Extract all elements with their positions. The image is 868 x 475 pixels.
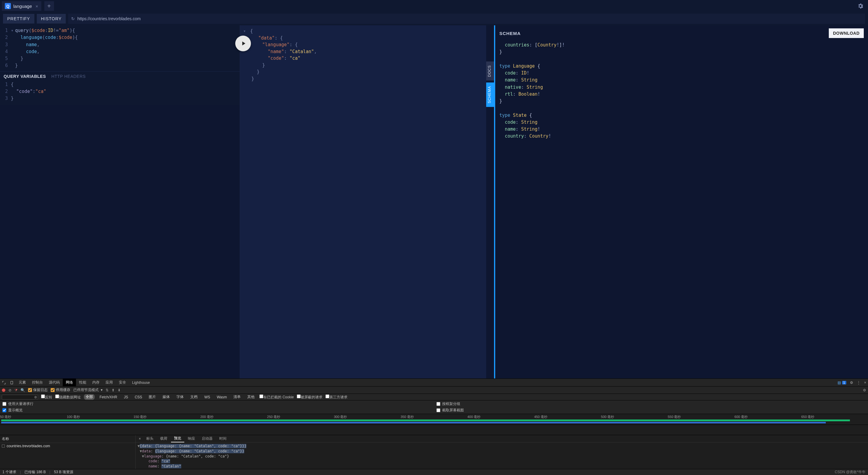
type-manifest[interactable]: 清单 [231, 394, 243, 400]
prettify-button[interactable]: PRETTIFY [3, 14, 34, 24]
schema-title: SCHEMA [499, 31, 521, 36]
docs-tab[interactable]: DOCS [486, 62, 494, 81]
tab-network[interactable]: 网络 [63, 379, 76, 386]
reload-icon[interactable]: ↻ [71, 16, 75, 21]
close-tab-icon[interactable]: × [36, 4, 38, 9]
execute-button[interactable] [235, 36, 251, 51]
filter-icon[interactable]: ⧩ [14, 388, 18, 392]
record-button[interactable] [2, 388, 5, 392]
request-type-icon [2, 445, 5, 448]
network-settings-icon[interactable]: ⚙ [863, 388, 866, 392]
query-editor[interactable]: 1▾query($code:ID!="am"){ 2 language(code… [0, 25, 240, 71]
type-other[interactable]: 其他 [246, 394, 256, 400]
detail-tab-preview[interactable]: 预览 [171, 435, 184, 442]
type-media[interactable]: 媒体 [161, 394, 172, 400]
wifi-icon[interactable]: ⇅ [105, 388, 108, 392]
name-column-header[interactable]: 名称 [0, 435, 135, 443]
tab-console[interactable]: 控制台 [29, 379, 46, 386]
devtools-status-bar: 1 个请求 | 已传输 186 B | 53 B 项资源 CSDN @勇敢*牛牛 [0, 469, 868, 475]
settings-gear-icon[interactable] [855, 3, 866, 9]
detail-tab-response[interactable]: 响应 [185, 435, 198, 442]
show-overview-checkbox[interactable]: 显示概览 [2, 408, 432, 413]
tab-lighthouse[interactable]: Lighthouse [129, 379, 153, 386]
type-font[interactable]: 字体 [175, 394, 185, 400]
network-toolbar: ⊘ ⧩ 🔍 保留日志 停用缓存 已停用节流模式 ▾ ⇅ ⬆ ⬇ ⚙ [0, 387, 868, 394]
throttle-select[interactable]: 已停用节流模式 ▾ [73, 387, 102, 393]
http-headers-tab[interactable]: HTTP HEADERS [51, 74, 86, 79]
third-party-checkbox[interactable]: 第三方请求 [326, 394, 347, 400]
query-badge: Q [5, 3, 11, 9]
request-row[interactable]: countries.trevorblades.com [0, 443, 135, 449]
request-name: countries.trevorblades.com [7, 444, 50, 448]
download-button[interactable]: DOWNLOAD [829, 28, 864, 38]
timeline-bar-blue [1, 422, 826, 423]
endpoint-url-text: https://countries.trevorblades.com [77, 16, 141, 21]
large-rows-checkbox[interactable]: 使用大量请求行 [2, 402, 432, 407]
schema-code[interactable]: countries: [Country!]! } type Language {… [499, 42, 864, 140]
result-pane: ▾ { ▾ "data": { "language": { "name": "C… [240, 25, 486, 379]
graphiql-toolbar: PRETTIFY HISTORY ↻ https://countries.tre… [0, 12, 868, 25]
new-tab-button[interactable]: + [44, 1, 54, 11]
close-detail-icon[interactable]: × [137, 437, 143, 441]
group-by-frame-checkbox[interactable]: 按框架分组 [436, 402, 866, 407]
preserve-log-checkbox[interactable]: 保留日志 [28, 387, 48, 393]
clear-icon[interactable]: ⊘ [8, 388, 11, 392]
close-devtools-icon[interactable]: × [862, 381, 868, 385]
type-ws[interactable]: WS [203, 395, 212, 399]
graphiql-main: 1▾query($code:ID!="am"){ 2 language(code… [0, 25, 868, 379]
tab-application[interactable]: 应用 [102, 379, 116, 386]
search-icon[interactable]: 🔍 [21, 388, 25, 392]
app-tabbar: Q language × + [0, 0, 868, 12]
type-doc[interactable]: 文档 [188, 394, 199, 400]
screenshot-checkbox[interactable]: 截取屏幕截图 [436, 408, 866, 413]
type-wasm[interactable]: Wasm [215, 395, 229, 399]
network-options: 使用大量请求行 显示概览 按框架分组 截取屏幕截图 [0, 400, 868, 414]
download-icon[interactable]: ⬇ [118, 388, 121, 392]
device-icon[interactable] [8, 380, 16, 385]
type-img[interactable]: 图片 [147, 394, 158, 400]
query-tab[interactable]: Q language × [2, 1, 41, 11]
status-transferred: 已传输 186 B [25, 470, 46, 475]
type-all[interactable]: 全部 [84, 394, 95, 400]
messages-icon[interactable]: ▤1 [836, 381, 848, 385]
filter-input[interactable]: ⊗ [2, 395, 38, 399]
type-fetch[interactable]: Fetch/XHR [98, 395, 119, 399]
request-list: 名称 countries.trevorblades.com [0, 435, 136, 469]
query-variables-tab[interactable]: QUERY VARIABLES [4, 74, 46, 79]
invert-checkbox[interactable]: 反转 [41, 394, 52, 400]
more-icon[interactable]: ⋮ [855, 381, 862, 385]
devtools-settings-icon[interactable]: ⚙ [848, 381, 855, 385]
endpoint-url-input[interactable]: ↻ https://countries.trevorblades.com [68, 13, 865, 24]
tab-sources[interactable]: 源代码 [46, 379, 63, 386]
clear-filter-icon[interactable]: ⊗ [34, 395, 37, 399]
status-resources: 53 B 项资源 [54, 470, 73, 475]
timeline-spacer [0, 425, 868, 435]
upload-icon[interactable]: ⬆ [112, 388, 115, 392]
variables-editor[interactable]: 1{ 2 "code":"ca" 3} [0, 80, 240, 105]
detail-tab-timing[interactable]: 时间 [216, 435, 229, 442]
detail-tab-payload[interactable]: 载荷 [157, 435, 170, 442]
history-button[interactable]: HISTORY [37, 14, 66, 24]
network-filter-bar: ⊗ 反转 隐藏数据网址 全部 Fetch/XHR JS CSS 图片 媒体 字体… [0, 394, 868, 400]
type-js[interactable]: JS [122, 395, 130, 399]
devtools-tabs: 元素 控制台 源代码 网络 性能 内存 应用 安全 Lighthouse ▤1 … [0, 379, 868, 387]
type-css[interactable]: CSS [133, 395, 144, 399]
blocked-cookies-checkbox[interactable]: 有已拦截的 Cookie [259, 394, 294, 400]
response-preview[interactable]: ▼{data: {language: {name: "Catalan", cod… [136, 442, 868, 469]
schema-tab[interactable]: SCHEMA [486, 82, 494, 107]
variables-header: QUERY VARIABLES HTTP HEADERS [0, 71, 240, 80]
disable-cache-checkbox[interactable]: 停用缓存 [51, 387, 70, 393]
tab-elements[interactable]: 元素 [16, 379, 29, 386]
network-timeline[interactable]: 50 毫秒100 毫秒150 毫秒 200 毫秒250 毫秒300 毫秒 350… [0, 414, 868, 425]
inspect-icon[interactable] [0, 380, 8, 385]
tab-performance[interactable]: 性能 [76, 379, 89, 386]
schema-panel: SCHEMA DOWNLOAD countries: [Country!]! }… [495, 25, 868, 379]
hide-data-urls-checkbox[interactable]: 隐藏数据网址 [55, 394, 81, 400]
tab-memory[interactable]: 内存 [89, 379, 102, 386]
blocked-requests-checkbox[interactable]: 被屏蔽的请求 [297, 394, 322, 400]
tab-label: language [13, 4, 32, 9]
detail-tab-headers[interactable]: 标头 [143, 435, 157, 442]
tab-security[interactable]: 安全 [116, 379, 129, 386]
detail-tab-initiator[interactable]: 启动器 [199, 435, 216, 442]
status-requests: 1 个请求 [2, 470, 16, 475]
